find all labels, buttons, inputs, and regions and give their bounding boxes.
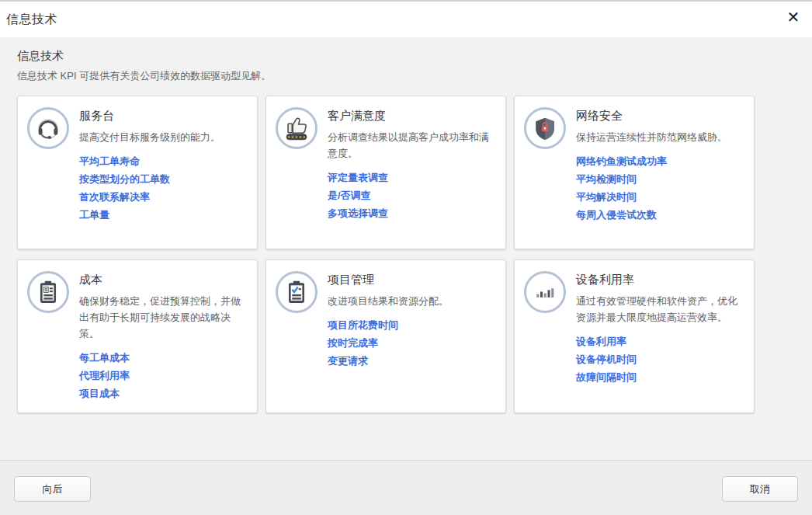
card-title: 网络安全 <box>576 109 743 124</box>
kpi-link-list: 每工单成本 代理利用率 项目成本 <box>79 352 246 400</box>
card-network-security: 网络安全 保持运营连续性并防范网络威胁。 网络钓鱼测试成功率 平均检测时间 平均… <box>514 96 755 249</box>
kpi-link[interactable]: 变更请求 <box>328 355 494 367</box>
kpi-link-list: 评定量表调查 是/否调查 多项选择调查 <box>328 172 494 220</box>
card-body: 服务台 提高交付目标服务级别的能力。 平均工单寿命 按类型划分的工单数 首次联系… <box>79 107 246 227</box>
card-project-management: 项目管理 改进项目结果和资源分配。 项目所花费时间 按时完成率 变更请求 <box>265 259 506 413</box>
section-description: 信息技术 KPI 可提供有关贵公司绩效的数据驱动型见解。 <box>17 69 795 83</box>
it-kpi-dialog: 信息技术 ✕ 信息技术 信息技术 KPI 可提供有关贵公司绩效的数据驱动型见解。 <box>0 0 812 515</box>
card-description: 提高交付目标服务级别的能力。 <box>79 129 246 145</box>
dialog-header: 信息技术 ✕ <box>0 2 812 37</box>
thumbs-up-rating-icon: ★★★★★ <box>276 107 318 149</box>
kpi-link[interactable]: 设备停机时间 <box>576 353 743 366</box>
kpi-link[interactable]: 按类型划分的工单数 <box>79 173 246 186</box>
kpi-card-grid: 服务台 提高交付目标服务级别的能力。 平均工单寿命 按类型划分的工单数 首次联系… <box>17 96 795 413</box>
bar-chart-icon <box>524 271 566 313</box>
dialog-title: 信息技术 <box>6 12 57 28</box>
shield-lock-icon <box>524 107 566 149</box>
card-title: 项目管理 <box>328 273 494 287</box>
kpi-link[interactable]: 平均工单寿命 <box>79 155 246 168</box>
kpi-link[interactable]: 项目所花费时间 <box>328 319 494 332</box>
card-description: 分析调查结果以提高客户成功率和满意度。 <box>328 129 494 162</box>
kpi-link[interactable]: 平均检测时间 <box>576 173 743 186</box>
kpi-link-list: 平均工单寿命 按类型划分的工单数 首次联系解决率 工单量 <box>79 155 246 221</box>
kpi-link[interactable]: 设备利用率 <box>576 336 743 348</box>
kpi-link[interactable]: 首次联系解决率 <box>79 191 246 204</box>
clipboard-check-icon <box>276 271 318 313</box>
card-title: 设备利用率 <box>576 273 743 287</box>
kpi-link[interactable]: 每周入侵尝试次数 <box>576 209 743 221</box>
card-body: 成本 确保财务稳定，促进预算控制，并做出有助于长期可持续发展的战略决策。 每工单… <box>79 271 246 405</box>
svg-text:★★★★★: ★★★★★ <box>287 134 307 139</box>
section-title: 信息技术 <box>17 49 795 64</box>
card-body: 设备利用率 通过有效管理硬件和软件资产，优化资源并最大限度地提高运营效率。 设备… <box>576 271 743 389</box>
card-title: 成本 <box>79 273 246 287</box>
card-equipment-utilization: 设备利用率 通过有效管理硬件和软件资产，优化资源并最大限度地提高运营效率。 设备… <box>514 259 755 413</box>
kpi-link[interactable]: 工单量 <box>79 209 246 221</box>
card-customer-satisfaction: ★★★★★ 客户满意度 分析调查结果以提高客户成功率和满意度。 评定量表调查 是… <box>265 96 506 249</box>
card-body: 项目管理 改进项目结果和资源分配。 项目所花费时间 按时完成率 变更请求 <box>328 271 494 373</box>
card-description: 通过有效管理硬件和软件资产，优化资源并最大限度地提高运营效率。 <box>576 293 743 325</box>
kpi-link[interactable]: 每工单成本 <box>79 352 246 364</box>
kpi-link[interactable]: 网络钓鱼测试成功率 <box>576 155 743 168</box>
kpi-link-list: 网络钓鱼测试成功率 平均检测时间 平均解决时间 每周入侵尝试次数 <box>576 155 743 221</box>
kpi-link[interactable]: 故障间隔时间 <box>576 371 743 384</box>
kpi-link[interactable]: 多项选择调查 <box>328 207 494 220</box>
kpi-link[interactable]: 按时完成率 <box>328 337 494 350</box>
card-service-desk: 服务台 提高交付目标服务级别的能力。 平均工单寿命 按类型划分的工单数 首次联系… <box>17 96 258 249</box>
card-title: 客户满意度 <box>328 109 494 124</box>
kpi-link[interactable]: 评定量表调查 <box>328 172 494 184</box>
card-title: 服务台 <box>79 109 246 124</box>
card-body: 客户满意度 分析调查结果以提高客户成功率和满意度。 评定量表调查 是/否调查 多… <box>328 107 494 225</box>
card-description: 确保财务稳定，促进预算控制，并做出有助于长期可持续发展的战略决策。 <box>79 293 246 342</box>
kpi-link-list: 设备利用率 设备停机时间 故障间隔时间 <box>576 336 743 384</box>
dialog-footer: 向后 取消 <box>0 460 812 515</box>
dialog-body: 信息技术 信息技术 KPI 可提供有关贵公司绩效的数据驱动型见解。 服务台 <box>0 37 812 460</box>
close-icon[interactable]: ✕ <box>781 5 806 30</box>
kpi-link[interactable]: 代理利用率 <box>79 370 246 382</box>
back-button[interactable]: 向后 <box>14 476 91 502</box>
clipboard-dollar-icon: $ <box>27 271 69 313</box>
card-cost: $ 成本 确保财务稳定，促进预算控制，并做出有助于长期可持续发展的战略决策。 每… <box>17 259 258 413</box>
kpi-link-list: 项目所花费时间 按时完成率 变更请求 <box>328 319 494 367</box>
kpi-link[interactable]: 平均解决时间 <box>576 191 743 204</box>
kpi-link[interactable]: 项目成本 <box>79 388 246 400</box>
cancel-button[interactable]: 取消 <box>722 476 798 502</box>
card-body: 网络安全 保持运营连续性并防范网络威胁。 网络钓鱼测试成功率 平均检测时间 平均… <box>576 107 743 227</box>
headset-icon <box>27 107 69 149</box>
card-description: 改进项目结果和资源分配。 <box>328 293 494 309</box>
kpi-link[interactable]: 是/否调查 <box>328 190 494 202</box>
card-description: 保持运营连续性并防范网络威胁。 <box>576 129 743 145</box>
